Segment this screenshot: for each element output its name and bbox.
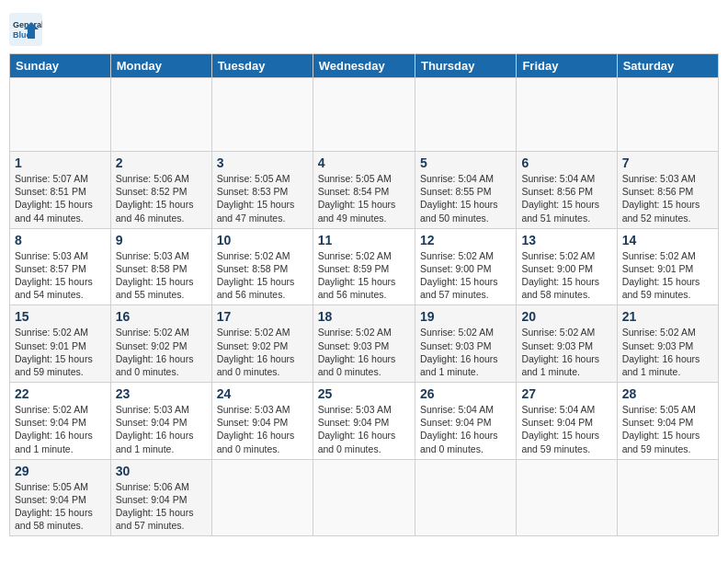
day-info: Sunrise: 5:06 AM Sunset: 9:04 PM Dayligh…: [116, 480, 207, 533]
day-cell: 14Sunrise: 5:02 AM Sunset: 9:01 PM Dayli…: [617, 228, 718, 305]
day-cell: [415, 459, 516, 536]
day-cell: [617, 459, 718, 536]
week-row-2: 1Sunrise: 5:07 AM Sunset: 8:51 PM Daylig…: [10, 152, 719, 229]
day-cell: 28Sunrise: 5:05 AM Sunset: 9:04 PM Dayli…: [617, 383, 718, 460]
col-header-wednesday: Wednesday: [313, 54, 415, 78]
page-header: General Blue: [9, 9, 719, 46]
day-info: Sunrise: 5:02 AM Sunset: 9:03 PM Dayligh…: [521, 326, 611, 378]
day-cell: 18Sunrise: 5:02 AM Sunset: 9:03 PM Dayli…: [313, 305, 415, 383]
day-cell: 8Sunrise: 5:03 AM Sunset: 8:57 PM Daylig…: [10, 228, 111, 305]
day-cell: 3Sunrise: 5:05 AM Sunset: 8:53 PM Daylig…: [211, 152, 313, 229]
calendar-table: SundayMondayTuesdayWednesdayThursdayFrid…: [9, 53, 719, 536]
day-cell: [211, 459, 313, 536]
day-cell: [110, 78, 211, 152]
day-number: 30: [116, 464, 207, 478]
day-number: 1: [15, 155, 106, 170]
day-cell: 22Sunrise: 5:02 AM Sunset: 9:04 PM Dayli…: [10, 383, 111, 460]
day-number: 27: [521, 386, 611, 401]
day-number: 22: [15, 386, 106, 401]
day-cell: 2Sunrise: 5:06 AM Sunset: 8:52 PM Daylig…: [110, 152, 211, 229]
calendar-header-row: SundayMondayTuesdayWednesdayThursdayFrid…: [10, 54, 719, 78]
day-number: 3: [217, 155, 308, 170]
day-cell: 4Sunrise: 5:05 AM Sunset: 8:54 PM Daylig…: [313, 152, 415, 229]
day-cell: 27Sunrise: 5:04 AM Sunset: 9:04 PM Dayli…: [517, 383, 617, 460]
col-header-sunday: Sunday: [10, 54, 111, 78]
day-info: Sunrise: 5:03 AM Sunset: 9:04 PM Dayligh…: [217, 403, 308, 455]
day-info: Sunrise: 5:02 AM Sunset: 9:00 PM Dayligh…: [420, 249, 511, 302]
day-cell: 24Sunrise: 5:03 AM Sunset: 9:04 PM Dayli…: [211, 383, 313, 460]
day-number: 14: [622, 233, 713, 247]
day-cell: 11Sunrise: 5:02 AM Sunset: 8:59 PM Dayli…: [313, 228, 415, 305]
week-row-6: 29Sunrise: 5:05 AM Sunset: 9:04 PM Dayli…: [10, 459, 719, 536]
day-number: 20: [521, 309, 611, 324]
day-info: Sunrise: 5:03 AM Sunset: 8:58 PM Dayligh…: [116, 249, 207, 302]
logo-icon: General Blue: [9, 13, 42, 46]
day-info: Sunrise: 5:05 AM Sunset: 9:04 PM Dayligh…: [15, 480, 106, 533]
day-cell: [211, 78, 313, 152]
day-info: Sunrise: 5:07 AM Sunset: 8:51 PM Dayligh…: [15, 172, 106, 224]
day-info: Sunrise: 5:02 AM Sunset: 9:03 PM Dayligh…: [622, 326, 713, 378]
week-row-3: 8Sunrise: 5:03 AM Sunset: 8:57 PM Daylig…: [10, 228, 719, 305]
day-number: 10: [217, 233, 308, 247]
day-number: 24: [217, 386, 308, 401]
day-number: 8: [15, 233, 106, 247]
day-info: Sunrise: 5:04 AM Sunset: 8:55 PM Dayligh…: [420, 172, 511, 224]
day-cell: [517, 459, 617, 536]
logo: General Blue: [9, 13, 46, 46]
day-number: 15: [15, 309, 106, 324]
day-info: Sunrise: 5:04 AM Sunset: 9:04 PM Dayligh…: [521, 403, 611, 455]
week-row-1: [10, 78, 719, 152]
day-cell: 25Sunrise: 5:03 AM Sunset: 9:04 PM Dayli…: [313, 383, 415, 460]
day-info: Sunrise: 5:02 AM Sunset: 9:00 PM Dayligh…: [521, 249, 611, 302]
day-info: Sunrise: 5:03 AM Sunset: 9:04 PM Dayligh…: [318, 403, 410, 455]
week-row-5: 22Sunrise: 5:02 AM Sunset: 9:04 PM Dayli…: [10, 383, 719, 460]
day-number: 17: [217, 309, 308, 324]
day-cell: 19Sunrise: 5:02 AM Sunset: 9:03 PM Dayli…: [415, 305, 516, 383]
day-number: 19: [420, 309, 511, 324]
day-cell: [415, 78, 516, 152]
day-number: 25: [318, 386, 410, 401]
day-number: 23: [116, 386, 207, 401]
day-cell: 13Sunrise: 5:02 AM Sunset: 9:00 PM Dayli…: [517, 228, 617, 305]
day-number: 5: [420, 155, 511, 170]
day-cell: 1Sunrise: 5:07 AM Sunset: 8:51 PM Daylig…: [10, 152, 111, 229]
day-number: 12: [420, 233, 511, 247]
col-header-saturday: Saturday: [617, 54, 718, 78]
day-info: Sunrise: 5:03 AM Sunset: 8:57 PM Dayligh…: [15, 249, 106, 302]
day-cell: 20Sunrise: 5:02 AM Sunset: 9:03 PM Dayli…: [517, 305, 617, 383]
day-cell: 12Sunrise: 5:02 AM Sunset: 9:00 PM Dayli…: [415, 228, 516, 305]
col-header-thursday: Thursday: [415, 54, 516, 78]
day-cell: 16Sunrise: 5:02 AM Sunset: 9:02 PM Dayli…: [110, 305, 211, 383]
day-cell: 26Sunrise: 5:04 AM Sunset: 9:04 PM Dayli…: [415, 383, 516, 460]
day-info: Sunrise: 5:03 AM Sunset: 8:56 PM Dayligh…: [622, 172, 713, 224]
day-info: Sunrise: 5:02 AM Sunset: 9:01 PM Dayligh…: [15, 326, 106, 378]
day-cell: 17Sunrise: 5:02 AM Sunset: 9:02 PM Dayli…: [211, 305, 313, 383]
day-number: 7: [622, 155, 713, 170]
day-cell: 6Sunrise: 5:04 AM Sunset: 8:56 PM Daylig…: [517, 152, 617, 229]
day-number: 13: [521, 233, 611, 247]
day-number: 28: [622, 386, 713, 401]
day-number: 21: [622, 309, 713, 324]
day-info: Sunrise: 5:05 AM Sunset: 8:54 PM Dayligh…: [318, 172, 410, 224]
day-cell: 7Sunrise: 5:03 AM Sunset: 8:56 PM Daylig…: [617, 152, 718, 229]
day-cell: 10Sunrise: 5:02 AM Sunset: 8:58 PM Dayli…: [211, 228, 313, 305]
day-cell: [617, 78, 718, 152]
day-info: Sunrise: 5:02 AM Sunset: 9:01 PM Dayligh…: [622, 249, 713, 302]
day-number: 26: [420, 386, 511, 401]
day-cell: [10, 78, 111, 152]
day-cell: 15Sunrise: 5:02 AM Sunset: 9:01 PM Dayli…: [10, 305, 111, 383]
day-info: Sunrise: 5:02 AM Sunset: 8:59 PM Dayligh…: [318, 249, 410, 302]
week-row-4: 15Sunrise: 5:02 AM Sunset: 9:01 PM Dayli…: [10, 305, 719, 383]
col-header-friday: Friday: [517, 54, 617, 78]
day-number: 11: [318, 233, 410, 247]
col-header-tuesday: Tuesday: [211, 54, 313, 78]
day-cell: 21Sunrise: 5:02 AM Sunset: 9:03 PM Dayli…: [617, 305, 718, 383]
day-number: 4: [318, 155, 410, 170]
day-cell: 9Sunrise: 5:03 AM Sunset: 8:58 PM Daylig…: [110, 228, 211, 305]
day-number: 2: [116, 155, 207, 170]
day-info: Sunrise: 5:02 AM Sunset: 9:04 PM Dayligh…: [15, 403, 106, 455]
day-info: Sunrise: 5:05 AM Sunset: 8:53 PM Dayligh…: [217, 172, 308, 224]
day-info: Sunrise: 5:02 AM Sunset: 9:02 PM Dayligh…: [217, 326, 308, 378]
day-info: Sunrise: 5:06 AM Sunset: 8:52 PM Dayligh…: [116, 172, 207, 224]
col-header-monday: Monday: [110, 54, 211, 78]
